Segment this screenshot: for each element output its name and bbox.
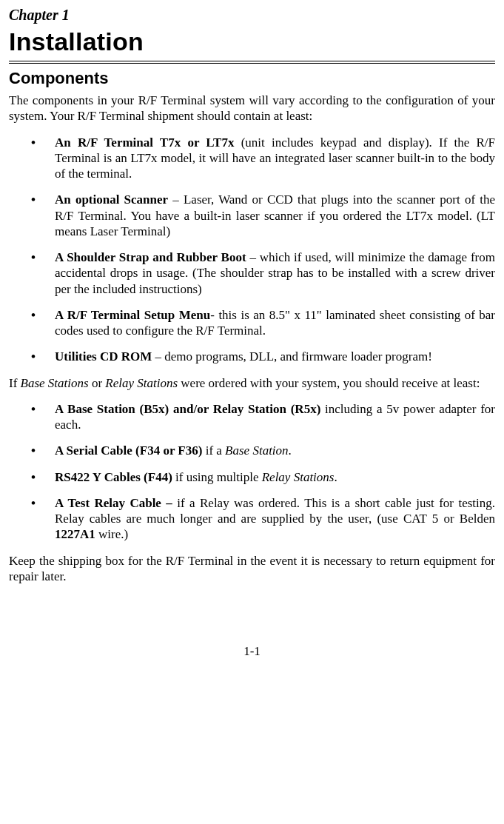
item-term: A R/F Terminal Setup Menu [55,308,210,322]
item-desc: if a [202,443,225,458]
text-italic: Relay Stations [105,376,178,390]
item-term: An optional Scanner [55,192,168,207]
item-term: An R/F Terminal T7x or LT7x [55,135,234,150]
item-term: A Serial Cable (F34 or F36) [55,443,202,458]
text-italic: Base Stations [21,376,89,390]
chapter-label: Chapter 1 [9,6,495,24]
closing-paragraph: Keep the shipping box for the R/F Termin… [9,553,495,585]
components-list: An R/F Terminal T7x or LT7x (unit includ… [9,135,495,365]
list-item: A R/F Terminal Setup Menu- this is an 8.… [38,307,495,339]
text-italic: Relay Stations [262,470,335,484]
text: If [9,376,21,390]
text: . [289,443,292,458]
item-term: A Test Relay Cable – [55,496,172,510]
item-term: A Shoulder Strap and Rubber Boot [55,250,246,264]
list-item: RS422 Y Cables (F44) if using multiple R… [38,469,495,485]
list-item: An optional Scanner – Laser, Wand or CCD… [38,192,495,239]
list-item: An R/F Terminal T7x or LT7x (unit includ… [38,135,495,182]
list-item: A Test Relay Cable – if a Relay was orde… [38,495,495,543]
text: . [334,470,337,484]
list-item: A Serial Cable (F34 or F36) if a Base St… [38,443,495,458]
section-heading: Components [9,68,495,89]
text-bold: 1227A1 [55,527,95,541]
stations-paragraph: If Base Stations or Relay Stations were … [9,375,495,391]
item-desc: – demo programs, DLL, and firmware loade… [152,349,432,364]
stations-list: A Base Station (B5x) and/or Relay Statio… [9,401,495,543]
text-italic: Base Station [225,443,288,458]
list-item: Utilities CD ROM – demo programs, DLL, a… [38,349,495,364]
title-divider [9,61,495,64]
item-term: A Base Station (B5x) and/or Relay Statio… [55,402,320,416]
text: were ordered with your system, you shoul… [178,376,480,390]
item-desc: if using multiple [172,470,262,484]
item-term: Utilities CD ROM [55,349,152,364]
text: or [89,376,106,390]
list-item: A Shoulder Strap and Rubber Boot – which… [38,249,495,297]
text: wire.) [95,527,128,541]
page-title: Installation [9,26,495,58]
page-number: 1-1 [9,643,495,659]
intro-paragraph: The components in your R/F Terminal syst… [9,93,495,124]
list-item: A Base Station (B5x) and/or Relay Statio… [38,401,495,433]
item-term: RS422 Y Cables (F44) [55,470,172,484]
